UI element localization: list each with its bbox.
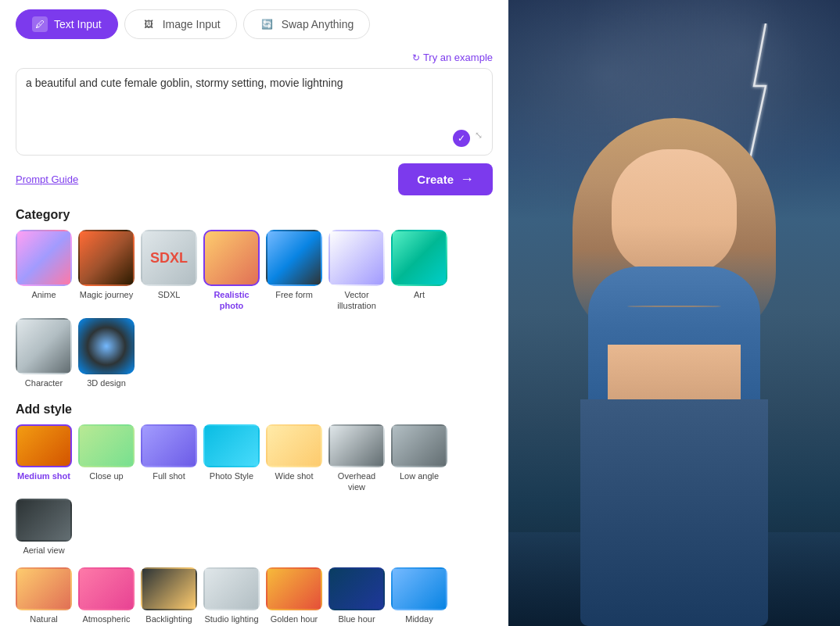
style-label-studio-lighting: Studio lighting [204,613,258,624]
category-thumb-free-form [266,230,322,286]
category-item-anime[interactable]: Anime [16,230,72,312]
style-thumb-photo-style [203,424,260,467]
style-thumb-studio-lighting [203,567,260,610]
resize-icon[interactable]: ⤡ [475,130,483,147]
category-label-magic-journey: Magic journey [80,289,133,300]
style-label-full-shot: Full shot [153,470,185,481]
create-button[interactable]: Create → [398,163,493,195]
prompt-action-row: ✓ ⤡ [26,130,483,147]
category-item-vector-illustration[interactable]: Vector illustration [328,230,385,312]
style-row-0: Medium shotClose upFull shotPhoto StyleW… [16,424,493,556]
refresh-icon: ↻ [412,52,420,63]
tab-bar: 🖊 Text Input 🖼 Image Input 🔄 Swap Anythi… [16,9,493,39]
style-item-golden-hour[interactable]: Golden hour [266,567,322,626]
category-thumb-magic-journey [78,230,135,286]
action-row: Prompt Guide Create → [16,163,493,195]
style-item-overhead-view[interactable]: Overhead view [328,424,385,493]
tab-text-input[interactable]: 🖊 Text Input [16,9,118,39]
style-thumb-close-up [78,424,135,467]
style-item-midday[interactable]: Midday [391,567,447,626]
category-thumb-3d-design [78,318,135,374]
tab-text-input-label: Text Input [54,18,102,30]
tab-swap-anything[interactable]: 🔄 Swap Anything [243,9,371,39]
style-label-low-angle: Low angle [400,470,439,481]
category-item-art[interactable]: Art [391,230,447,312]
style-item-medium-shot[interactable]: Medium shot [16,424,72,493]
category-label-free-form: Free form [275,289,313,300]
style-label-golden-hour: Golden hour [271,613,318,624]
style-label-medium-shot: Medium shot [17,470,70,481]
category-label-vector-illustration: Vector illustration [328,289,385,312]
try-example-label: Try an example [423,52,493,63]
style-thumb-natural-lighting [16,567,72,610]
style-label-wide-shot: Wide shot [275,470,314,481]
style-item-backlighting[interactable]: Backlighting [141,567,197,626]
style-item-photo-style[interactable]: Photo Style [203,424,260,493]
category-thumb-vector-illustration [328,230,385,286]
style-label-aerial-view: Aerial view [23,545,64,556]
tab-image-input-label: Image Input [163,18,221,30]
category-item-magic-journey[interactable]: Magic journey [78,230,135,312]
category-thumb-anime [16,230,72,286]
style-thumb-golden-hour [266,567,322,610]
style-item-wide-shot[interactable]: Wide shot [266,424,322,493]
category-item-free-form[interactable]: Free form [266,230,322,312]
confirm-icon[interactable]: ✓ [453,130,470,147]
style-thumb-medium-shot [16,424,72,467]
style-label-overhead-view: Overhead view [328,470,385,493]
left-panel: 🖊 Text Input 🖼 Image Input 🔄 Swap Anythi… [0,0,508,626]
category-item-realistic-photo[interactable]: Realistic photo [203,230,260,312]
prompt-guide-link[interactable]: Prompt Guide [16,173,78,185]
style-title: Add style [16,402,493,417]
category-item-character[interactable]: Character [16,318,72,388]
style-label-atmospheric: Atmospheric lighting [78,613,135,626]
category-label-realistic-photo: Realistic photo [203,289,260,312]
category-thumb-art [391,230,447,286]
style-item-low-angle[interactable]: Low angle [391,424,447,493]
category-thumb-realistic-photo [203,230,260,286]
category-grid: AnimeMagic journeySDXLSDXLRealistic phot… [16,230,493,388]
style-label-natural-lighting: Natural lighting [16,613,72,626]
style-label-close-up: Close up [89,470,123,481]
style-item-close-up[interactable]: Close up [78,424,135,493]
create-label: Create [417,173,454,186]
category-label-character: Character [25,377,63,388]
image-input-icon: 🖼 [141,16,156,32]
style-thumb-midday [391,567,447,610]
prompt-wrapper: ✓ ⤡ [16,68,493,156]
right-panel [508,0,840,626]
style-label-blue-hour: Blue hour [338,613,375,624]
style-item-blue-hour[interactable]: Blue hour [328,567,385,626]
style-label-backlighting: Backlighting [145,613,192,624]
try-example-link[interactable]: ↻ Try an example [16,52,493,63]
category-item-3d-design[interactable]: 3D design [78,318,135,388]
style-thumb-wide-shot [266,424,322,467]
style-row-1: Natural lightingAtmospheric lightingBack… [16,567,493,626]
arrow-icon: → [460,171,474,188]
tab-swap-label: Swap Anything [282,18,354,30]
style-thumb-blue-hour [328,567,385,610]
category-thumb-character [16,318,72,374]
style-thumb-low-angle [391,424,447,467]
tab-image-input[interactable]: 🖼 Image Input [124,9,237,39]
hero-image [508,0,840,626]
style-label-photo-style: Photo Style [210,470,253,481]
style-item-natural-lighting[interactable]: Natural lighting [16,567,72,626]
prompt-input[interactable] [26,77,483,123]
swap-icon: 🔄 [260,16,275,32]
category-item-sdxl[interactable]: SDXLSDXL [141,230,197,312]
style-thumb-backlighting [141,567,197,610]
style-thumb-atmospheric [78,567,135,610]
style-thumb-full-shot [141,424,197,467]
category-label-3d-design: 3D design [87,377,126,388]
style-thumb-overhead-view [328,424,385,467]
category-title: Category [16,208,493,222]
category-label-anime: Anime [31,289,56,300]
style-item-full-shot[interactable]: Full shot [141,424,197,493]
style-rows: Medium shotClose upFull shotPhoto StyleW… [16,424,493,626]
style-item-aerial-view[interactable]: Aerial view [16,499,72,556]
style-label-midday: Midday [405,613,433,624]
style-item-studio-lighting[interactable]: Studio lighting [203,567,260,626]
style-item-atmospheric[interactable]: Atmospheric lighting [78,567,135,626]
category-label-art: Art [414,289,425,300]
